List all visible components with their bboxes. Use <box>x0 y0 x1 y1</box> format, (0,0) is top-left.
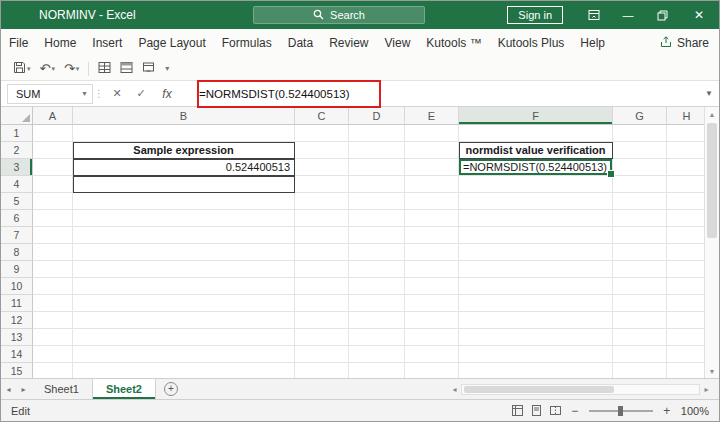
cell-F5[interactable] <box>459 193 613 210</box>
cell-H7[interactable] <box>667 227 704 244</box>
cell-H9[interactable] <box>667 261 704 278</box>
customize-qat-button[interactable]: ▾ <box>160 59 173 79</box>
cell-H10[interactable] <box>667 278 704 295</box>
cell-G14[interactable] <box>613 346 667 363</box>
row-header-14[interactable]: 14 <box>1 346 33 363</box>
cell-A4[interactable] <box>33 176 73 193</box>
vertical-scroll-thumb[interactable] <box>707 123 717 238</box>
cell-D5[interactable] <box>349 193 405 210</box>
cell-C15[interactable] <box>295 363 349 378</box>
cell-C7[interactable] <box>295 227 349 244</box>
cell-F7[interactable] <box>459 227 613 244</box>
cell-D6[interactable] <box>349 210 405 227</box>
save-button[interactable]: ▾ <box>9 59 35 79</box>
cell-C12[interactable] <box>295 312 349 329</box>
cell-E9[interactable] <box>405 261 459 278</box>
row-header-10[interactable]: 10 <box>1 278 33 295</box>
cell-D7[interactable] <box>349 227 405 244</box>
scroll-left-icon[interactable]: ◂ <box>448 385 461 394</box>
cell-H8[interactable] <box>667 244 704 261</box>
cell-E14[interactable] <box>405 346 459 363</box>
next-sheet-icon[interactable]: ▸ <box>16 379 31 399</box>
cell-D9[interactable] <box>349 261 405 278</box>
zoom-level[interactable]: 100% <box>681 405 709 417</box>
cell-G7[interactable] <box>613 227 667 244</box>
cell-B6[interactable] <box>73 210 295 227</box>
cell-D8[interactable] <box>349 244 405 261</box>
cell-H13[interactable] <box>667 329 704 346</box>
cell-A5[interactable] <box>33 193 73 210</box>
cell-A10[interactable] <box>33 278 73 295</box>
insert-function-button[interactable]: fx <box>153 84 181 104</box>
cell-B11[interactable] <box>73 295 295 312</box>
cell-G1[interactable] <box>613 125 667 142</box>
cell-E4[interactable] <box>405 176 459 193</box>
cell-E13[interactable] <box>405 329 459 346</box>
cell-G6[interactable] <box>613 210 667 227</box>
cell-D10[interactable] <box>349 278 405 295</box>
cell-F1[interactable] <box>459 125 613 142</box>
cell-A8[interactable] <box>33 244 73 261</box>
formula-bar-handle[interactable]: ⋮ <box>93 88 105 99</box>
cell-A14[interactable] <box>33 346 73 363</box>
row-header-9[interactable]: 9 <box>1 261 33 278</box>
row-header-11[interactable]: 11 <box>1 295 33 312</box>
ribbon-tab-home[interactable]: Home <box>36 29 84 57</box>
cell-A1[interactable] <box>33 125 73 142</box>
cell-A6[interactable] <box>33 210 73 227</box>
cell-A13[interactable] <box>33 329 73 346</box>
formula-input[interactable]: =NORMSDIST(0.524400513) <box>181 84 699 104</box>
cell-F6[interactable] <box>459 210 613 227</box>
search-box[interactable]: Search <box>253 6 425 24</box>
cell-B12[interactable] <box>73 312 295 329</box>
ribbon-tab-insert[interactable]: Insert <box>84 29 130 57</box>
cell-H14[interactable] <box>667 346 704 363</box>
cell-B4[interactable] <box>73 176 295 193</box>
cell-F8[interactable] <box>459 244 613 261</box>
cell-A2[interactable] <box>33 142 73 159</box>
zoom-slider[interactable] <box>589 410 653 412</box>
cell-D2[interactable] <box>349 142 405 159</box>
grid-tool-button[interactable] <box>116 59 137 79</box>
cell-F10[interactable] <box>459 278 613 295</box>
cell-H2[interactable] <box>667 142 704 159</box>
cell-B13[interactable] <box>73 329 295 346</box>
cell-E8[interactable] <box>405 244 459 261</box>
cell-E12[interactable] <box>405 312 459 329</box>
cell-G10[interactable] <box>613 278 667 295</box>
cell-B15[interactable] <box>73 363 295 378</box>
horizontal-scrollbar[interactable]: ◂ ▸ <box>448 383 713 396</box>
cell-F2[interactable]: normdist value verification <box>459 142 613 159</box>
cell-B2[interactable]: Sample expression <box>73 142 295 159</box>
cell-H4[interactable] <box>667 176 704 193</box>
cell-F9[interactable] <box>459 261 613 278</box>
row-header-4[interactable]: 4 <box>1 176 33 193</box>
cell-B14[interactable] <box>73 346 295 363</box>
cell-G15[interactable] <box>613 363 667 378</box>
expand-formula-bar-icon[interactable]: ▼ <box>699 89 719 98</box>
cell-B10[interactable] <box>73 278 295 295</box>
cell-F4[interactable] <box>459 176 613 193</box>
cell-G4[interactable] <box>613 176 667 193</box>
ribbon-tab-view[interactable]: View <box>377 29 419 57</box>
zoom-slider-thumb[interactable] <box>618 406 623 416</box>
window-tool-button[interactable] <box>138 59 159 79</box>
cell-E5[interactable] <box>405 193 459 210</box>
cell-E1[interactable] <box>405 125 459 142</box>
normal-view-icon[interactable] <box>512 405 523 416</box>
cell-B5[interactable] <box>73 193 295 210</box>
cell-C9[interactable] <box>295 261 349 278</box>
scroll-down-icon[interactable]: ▼ <box>705 364 719 378</box>
cell-D15[interactable] <box>349 363 405 378</box>
redo-button[interactable]: ↷▾ <box>60 59 83 79</box>
new-sheet-button[interactable]: + <box>164 382 178 396</box>
cell-D13[interactable] <box>349 329 405 346</box>
ribbon-tab-kutools-plus[interactable]: Kutools Plus <box>490 29 573 57</box>
cell-A15[interactable] <box>33 363 73 378</box>
cell-G11[interactable] <box>613 295 667 312</box>
cell-H5[interactable] <box>667 193 704 210</box>
cell-G2[interactable] <box>613 142 667 159</box>
minimize-icon[interactable]: — <box>611 1 645 29</box>
horizontal-scroll-thumb[interactable] <box>464 386 614 393</box>
row-header-2[interactable]: 2 <box>1 142 33 159</box>
